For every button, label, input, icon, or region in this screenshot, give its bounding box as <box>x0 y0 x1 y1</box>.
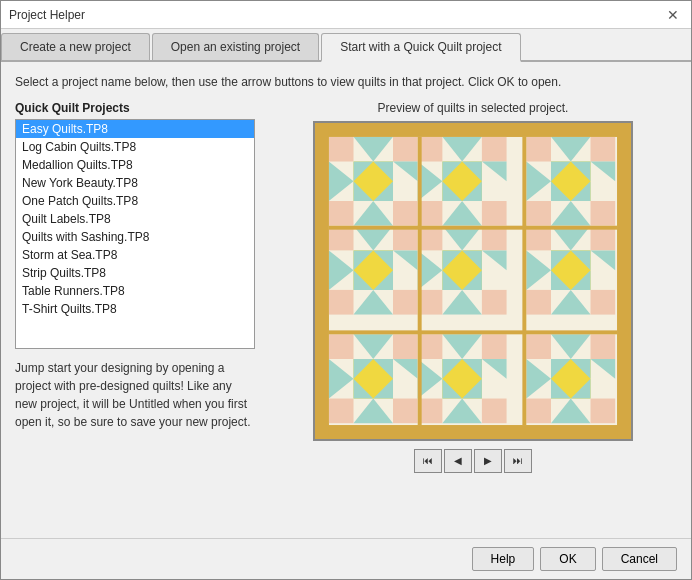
svg-rect-139 <box>329 225 617 229</box>
svg-rect-36 <box>591 201 616 226</box>
list-item[interactable]: Quilt Labels.TP8 <box>16 210 254 228</box>
last-button[interactable]: ⏭ <box>504 449 532 473</box>
svg-rect-138 <box>522 137 526 425</box>
tab-quick-quilt[interactable]: Start with a Quick Quilt project <box>321 33 520 62</box>
list-item[interactable]: One Patch Quilts.TP8 <box>16 192 254 210</box>
svg-rect-124 <box>591 334 616 359</box>
first-button[interactable]: ⏮ <box>414 449 442 473</box>
footer: Help OK Cancel <box>1 538 691 579</box>
svg-rect-144 <box>617 123 631 439</box>
ok-button[interactable]: OK <box>540 547 595 571</box>
svg-rect-81 <box>591 290 616 315</box>
svg-rect-123 <box>526 334 551 359</box>
svg-rect-140 <box>329 330 617 334</box>
description-text: Jump start your designing by opening a p… <box>15 359 255 431</box>
svg-rect-109 <box>482 334 507 359</box>
preview-label: Preview of quilts in selected project. <box>378 101 569 115</box>
prev-button[interactable]: ◀ <box>444 449 472 473</box>
close-button[interactable]: ✕ <box>663 5 683 25</box>
svg-rect-96 <box>393 398 418 423</box>
list-item[interactable]: Table Runners.TP8 <box>16 282 254 300</box>
svg-rect-6 <box>393 201 418 226</box>
help-button[interactable]: Help <box>472 547 535 571</box>
quilt-svg <box>315 123 631 439</box>
list-item[interactable]: Strip Quilts.TP8 <box>16 264 254 282</box>
svg-rect-143 <box>315 123 329 439</box>
instruction-text: Select a project name below, then use th… <box>15 74 677 91</box>
list-item[interactable]: T-Shirt Quilts.TP8 <box>16 300 254 318</box>
list-item[interactable]: Storm at Sea.TP8 <box>16 246 254 264</box>
svg-rect-3 <box>329 137 354 162</box>
list-item[interactable]: Quilts with Sashing.TP8 <box>16 228 254 246</box>
list-label: Quick Quilt Projects <box>15 101 255 115</box>
right-panel: Preview of quilts in selected project. <box>269 101 677 526</box>
navigation-buttons: ⏮ ◀ ▶ ⏭ <box>414 449 532 473</box>
project-list[interactable]: Easy Quilts.TP8 Log Cabin Quilts.TP8 Med… <box>15 119 255 349</box>
window-title: Project Helper <box>9 8 85 22</box>
svg-rect-125 <box>526 398 551 423</box>
svg-rect-19 <box>482 137 507 162</box>
svg-rect-33 <box>526 137 551 162</box>
cancel-button[interactable]: Cancel <box>602 547 677 571</box>
svg-rect-34 <box>591 137 616 162</box>
svg-rect-95 <box>329 398 354 423</box>
svg-rect-21 <box>482 201 507 226</box>
svg-rect-126 <box>591 398 616 423</box>
svg-rect-4 <box>393 137 418 162</box>
svg-rect-51 <box>393 290 418 315</box>
svg-rect-137 <box>418 137 422 425</box>
list-item[interactable]: Easy Quilts.TP8 <box>16 120 254 138</box>
svg-rect-50 <box>329 290 354 315</box>
main-content: Select a project name below, then use th… <box>1 62 691 538</box>
svg-rect-111 <box>482 398 507 423</box>
svg-rect-80 <box>526 290 551 315</box>
main-area: Quick Quilt Projects Easy Quilts.TP8 Log… <box>15 101 677 526</box>
project-helper-window: Project Helper ✕ Create a new project Op… <box>0 0 692 580</box>
quilt-preview <box>313 121 633 441</box>
svg-rect-5 <box>329 201 354 226</box>
tab-create-new[interactable]: Create a new project <box>1 33 150 60</box>
svg-rect-141 <box>315 123 631 137</box>
svg-rect-35 <box>526 201 551 226</box>
svg-rect-93 <box>329 334 354 359</box>
title-bar: Project Helper ✕ <box>1 1 691 29</box>
tab-open-existing[interactable]: Open an existing project <box>152 33 319 60</box>
svg-rect-142 <box>315 425 631 439</box>
list-item[interactable]: Log Cabin Quilts.TP8 <box>16 138 254 156</box>
svg-rect-94 <box>393 334 418 359</box>
left-panel: Quick Quilt Projects Easy Quilts.TP8 Log… <box>15 101 255 526</box>
next-button[interactable]: ▶ <box>474 449 502 473</box>
list-item[interactable]: Medallion Quilts.TP8 <box>16 156 254 174</box>
tab-bar: Create a new project Open an existing pr… <box>1 29 691 62</box>
svg-rect-66 <box>482 290 507 315</box>
list-item[interactable]: New York Beauty.TP8 <box>16 174 254 192</box>
